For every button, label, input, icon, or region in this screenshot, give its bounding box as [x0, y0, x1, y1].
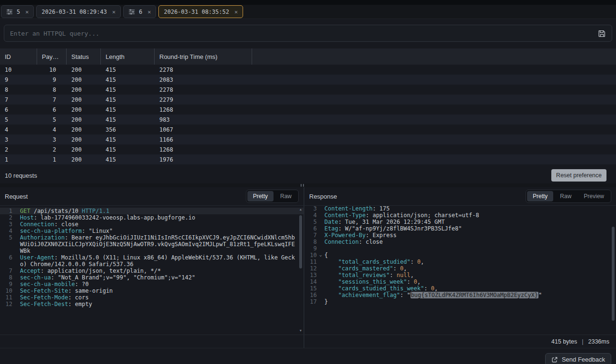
tab[interactable]: 6✕ — [123, 5, 156, 18]
tab[interactable]: 2026-03-31 08:29:43✕ — [36, 5, 121, 18]
line-number: 11 — [304, 259, 317, 265]
token: Connection — [20, 221, 54, 228]
table-row[interactable]: 222004151268 — [0, 144, 616, 154]
response-scrollbar[interactable] — [611, 208, 616, 333]
code-line: 5Date: Tue, 31 Mar 2026 12:29:45 GMT — [304, 219, 616, 225]
tab[interactable]: 5✕ — [1, 5, 34, 18]
table-cell: 4 — [37, 126, 67, 133]
code-text: { — [324, 252, 616, 259]
code-line: 11 "total_cards_studied": 0, — [304, 259, 616, 265]
code-text: "cards_studied_this_week": 0, — [324, 285, 616, 292]
token: : W/"af-np9Yj/z8flBW4SJnr3PB3SLJfe8" — [338, 225, 462, 232]
tab-active[interactable]: 2026-03-31 08:35:52✕ — [158, 5, 243, 18]
code-line: 2Host: lab-1774960033242-voeosp.labs-app… — [0, 214, 303, 221]
fold-gutter — [317, 245, 324, 252]
fold-gutter — [317, 259, 324, 265]
table-cell: 2083 — [155, 77, 252, 83]
save-icon[interactable] — [598, 29, 606, 38]
code-text: GET /api/stats/10 HTTP/1.1 — [20, 208, 303, 214]
code-text: Sec-Fetch-Mode: cors — [20, 294, 303, 301]
code-text: sec-ch-ua-mobile: ?0 — [20, 281, 303, 287]
table-row[interactable]: 332004151166 — [0, 134, 616, 144]
response-code: 3Content-Length: 1754Content-Type: appli… — [304, 205, 616, 305]
table-cell: 1268 — [155, 146, 252, 153]
drag-handle-icon[interactable] — [301, 184, 304, 187]
scroll-down-icon[interactable]: ▼ — [299, 329, 303, 333]
token — [324, 272, 338, 278]
scrollbar-thumb[interactable] — [612, 227, 615, 321]
close-icon[interactable]: ✕ — [112, 9, 116, 15]
line-number: 4 — [304, 212, 317, 219]
response-editor[interactable]: 3Content-Length: 1754Content-Type: appli… — [304, 205, 616, 335]
code-text: Sec-Fetch-Dest: empty — [20, 301, 303, 307]
fold-gutter — [12, 254, 20, 268]
chevron-down-icon[interactable]: ⌄ — [317, 252, 324, 259]
column-header[interactable]: Status — [67, 48, 101, 65]
request-panel: Request PrettyRaw 1GET /api/stats/10 HTT… — [0, 187, 304, 348]
table-row[interactable]: 882004152278 — [0, 85, 616, 95]
table-cell: 2278 — [155, 67, 252, 73]
code-line: 10Sec-Fetch-Site: same-origin — [0, 287, 303, 294]
table-cell: 5 — [0, 116, 37, 123]
close-icon[interactable]: ✕ — [235, 9, 238, 15]
fold-gutter — [12, 287, 20, 294]
request-scrollbar[interactable]: ▲ ▼ — [298, 208, 303, 333]
requests-count: 10 requests — [5, 172, 37, 179]
view-tab-preview[interactable]: Preview — [578, 191, 610, 201]
httpql-query-input[interactable] — [10, 30, 598, 37]
table-cell: 9 — [37, 77, 67, 83]
token: : close — [54, 221, 78, 228]
column-header[interactable]: Length — [101, 48, 155, 65]
fold-gutter — [12, 294, 20, 301]
table-row[interactable]: 442003561067 — [0, 125, 616, 134]
token: X-Powered-By — [324, 232, 366, 239]
column-header[interactable]: Round-trip Time (ms) — [155, 48, 252, 65]
column-header[interactable]: Pay… — [37, 48, 67, 65]
line-number: 8 — [0, 274, 12, 281]
table-row[interactable]: 10102004152278 — [0, 65, 616, 75]
table-row[interactable]: 55200415983 — [0, 115, 616, 125]
token: , — [434, 285, 438, 292]
table-cell: 415 — [101, 67, 155, 73]
table-cell: 10 — [0, 67, 37, 73]
scrollbar-thumb[interactable] — [299, 215, 302, 268]
token: "achievement_flag" — [338, 292, 400, 298]
fold-gutter — [12, 228, 20, 234]
panel-splitter[interactable] — [0, 183, 616, 187]
line-number: 12 — [0, 301, 12, 307]
view-tab-raw[interactable]: Raw — [554, 191, 577, 201]
view-tab-raw[interactable]: Raw — [274, 191, 297, 201]
fold-gutter — [317, 219, 324, 225]
code-line: 14 "sessions_this_week": 0, — [304, 278, 616, 285]
table-row[interactable]: 662004151268 — [0, 105, 616, 115]
code-line: 13 "total_reviews": null, — [304, 272, 616, 278]
token: : " — [400, 292, 411, 298]
view-tab-pretty[interactable]: Pretty — [527, 191, 553, 201]
column-header[interactable]: ID — [0, 48, 37, 65]
line-number: 13 — [304, 272, 317, 278]
request-editor[interactable]: 1GET /api/stats/10 HTTP/1.12Host: lab-17… — [0, 205, 303, 335]
send-feedback-button[interactable]: Send Feedback — [545, 353, 611, 364]
token: Sec-Fetch-Mode — [20, 294, 68, 301]
token: , — [420, 259, 424, 265]
table-cell: 3 — [0, 136, 37, 143]
close-icon[interactable]: ✕ — [147, 9, 151, 15]
scroll-up-icon[interactable]: ▲ — [299, 208, 303, 211]
window-top-strip — [0, 0, 616, 5]
table-row[interactable]: 992004152083 — [0, 75, 616, 85]
response-panel: Response PrettyRawPreview 3Content-Lengt… — [304, 187, 616, 348]
fold-gutter — [317, 265, 324, 272]
token: sec-ch-ua-platform — [20, 228, 82, 234]
token: : "Not_A Brand";v="99", "Chromium";v="14… — [51, 274, 195, 281]
view-tab-pretty[interactable]: Pretty — [247, 191, 274, 201]
table-cell: 415 — [101, 146, 155, 153]
detail-panels: Request PrettyRaw 1GET /api/stats/10 HTT… — [0, 187, 616, 348]
table-row[interactable]: 112004151976 — [0, 154, 616, 164]
table-row[interactable]: 772004152279 — [0, 95, 616, 105]
token: : empty — [68, 301, 92, 307]
code-line: 4sec-ch-ua-platform: "Linux" — [0, 228, 303, 234]
tab-label: 2026-03-31 08:29:43 — [41, 9, 107, 15]
close-icon[interactable]: ✕ — [25, 9, 29, 15]
token: User-Agent — [20, 254, 54, 261]
reset-preference-button[interactable]: Reset preference — [551, 169, 606, 182]
